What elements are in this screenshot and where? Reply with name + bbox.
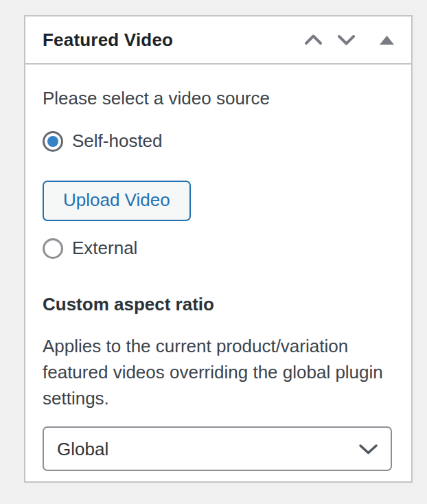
aspect-ratio-description: Applies to the current product/variation… [43,333,397,411]
aspect-ratio-select-wrap: Global [43,426,392,471]
external-radio[interactable] [43,238,63,259]
radio-row-self-hosted: Self-hosted [43,130,394,152]
move-up-button[interactable] [304,33,323,47]
custom-aspect-ratio-heading: Custom aspect ratio [43,294,394,315]
upload-video-button[interactable]: Upload Video [43,181,191,221]
radio-row-external: External [43,238,394,259]
external-label[interactable]: External [72,238,137,259]
video-source-prompt: Please select a video source [43,87,394,110]
chevron-down-icon [337,33,356,47]
metabox-body: Please select a video source Self-hosted… [25,65,411,471]
metabox-title: Featured Video [43,30,173,51]
self-hosted-label[interactable]: Self-hosted [72,130,163,152]
self-hosted-radio[interactable] [43,131,63,152]
collapse-toggle-button[interactable] [379,35,395,45]
triangle-up-icon [379,35,395,45]
chevron-up-icon [304,33,323,47]
metabox-header[interactable]: Featured Video [25,16,411,65]
metabox-handle-actions [304,33,395,47]
featured-video-metabox: Featured Video Please select a video sou… [24,15,413,483]
aspect-ratio-select[interactable]: Global [43,426,392,471]
move-down-button[interactable] [337,33,356,47]
